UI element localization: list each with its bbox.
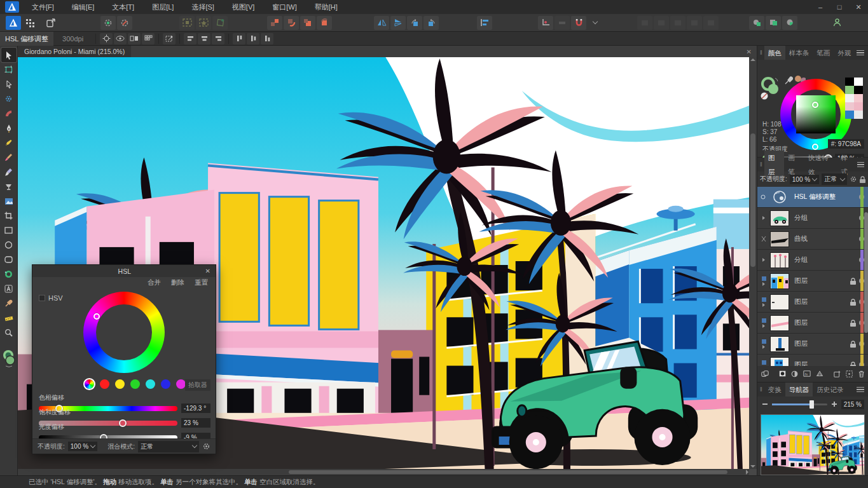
arrange-forward-icon[interactable] <box>284 16 299 30</box>
menu-text[interactable]: 文本[T] <box>103 0 143 14</box>
expand-arrow[interactable] <box>762 366 765 367</box>
mask-layer-icon[interactable] <box>779 370 786 377</box>
zoom-slider[interactable] <box>772 403 827 405</box>
saturation-lightness-square[interactable] <box>796 95 836 133</box>
lock-icon[interactable] <box>860 176 865 183</box>
layer-row-group-palms[interactable]: 分组 <box>757 250 868 271</box>
insert-behind-icon[interactable] <box>782 16 797 30</box>
rotate-ccw-icon[interactable] <box>407 16 422 30</box>
close-window-button[interactable]: ✕ <box>849 0 868 14</box>
measure-tool[interactable] <box>1 311 17 325</box>
delete-button[interactable]: 删除 <box>171 278 184 288</box>
node-tool[interactable] <box>1 77 17 92</box>
zoom-out-button[interactable] <box>761 400 769 408</box>
gear-green-icon[interactable] <box>100 16 116 30</box>
rectangle-tool[interactable] <box>1 223 17 238</box>
artboard-tool[interactable] <box>1 62 17 77</box>
tab-transform[interactable]: 变换 <box>764 383 785 396</box>
align-center-icon[interactable] <box>198 33 210 44</box>
hsl-adjustment-dialog[interactable]: HSL ✕ 合并 删除 重置 HSV 拾取器 色相偏移 -1 <box>32 264 216 454</box>
arrange-front-icon[interactable] <box>267 16 282 30</box>
insert-on-top-icon[interactable] <box>766 16 781 30</box>
expand-arrow[interactable] <box>762 216 765 220</box>
minimize-button[interactable]: – <box>811 0 830 14</box>
layer-row-group-jeep[interactable]: 分组 <box>757 208 868 229</box>
designer-persona-button[interactable] <box>6 16 21 30</box>
layers-opacity-combo[interactable]: 100 % <box>790 175 819 184</box>
layer-row-buildings[interactable]: 图层 <box>757 271 868 292</box>
corner-tool[interactable] <box>1 106 17 121</box>
hex-value-field[interactable]: #: 97C98A <box>828 139 864 149</box>
expand-arrow[interactable] <box>762 258 765 262</box>
gear-red-icon[interactable] <box>117 16 132 30</box>
menu-help[interactable]: 帮助[H] <box>306 0 347 14</box>
horizontal-scrollbar[interactable] <box>18 469 749 475</box>
marquee-star-icon[interactable] <box>196 16 211 30</box>
marquee-rotate-icon[interactable] <box>212 16 228 30</box>
panel-menu-icon[interactable] <box>857 161 864 169</box>
delete-layer-icon[interactable] <box>858 370 864 378</box>
menu-layer[interactable]: 图层[L] <box>143 0 183 14</box>
master-channel-dot[interactable] <box>85 379 94 389</box>
layer-row-pole[interactable]: 图层 <box>757 334 868 355</box>
expand-arrow[interactable] <box>762 303 765 307</box>
tab-appearance[interactable]: 外观 <box>834 46 855 60</box>
transparency-tool[interactable] <box>1 194 17 208</box>
blend-options-gear-icon[interactable] <box>850 175 857 183</box>
hide-selection-icon[interactable] <box>114 33 127 44</box>
blue-channel-dot[interactable] <box>161 379 170 389</box>
document-tab[interactable]: Giordano Poloni - Miami (215.0%) <box>18 46 131 57</box>
paint-brush-tool[interactable] <box>1 150 17 165</box>
layer-row-road[interactable]: 图层 <box>757 313 868 334</box>
cyan-channel-dot[interactable] <box>146 379 155 389</box>
insert-inside-icon[interactable] <box>749 16 764 30</box>
layer-row-curve-shadow[interactable]: 曲线 <box>757 229 868 250</box>
maximize-button[interactable]: □ <box>830 0 849 14</box>
alignment-icon[interactable] <box>477 16 492 30</box>
magenta-channel-dot[interactable] <box>176 379 186 389</box>
arrange-backward-icon[interactable] <box>300 16 315 30</box>
zoom-in-button[interactable] <box>830 400 838 408</box>
ellipse-tool[interactable] <box>1 238 17 252</box>
new-group-icon[interactable] <box>846 370 853 378</box>
point-transform-tool[interactable] <box>1 92 17 106</box>
panel-menu-icon[interactable] <box>857 49 864 57</box>
dialog-gear-icon[interactable] <box>202 442 210 451</box>
expand-arrow[interactable] <box>762 282 765 286</box>
vector-brush-tool[interactable] <box>1 165 17 179</box>
merge-button[interactable]: 合并 <box>148 278 161 288</box>
text-tool[interactable] <box>1 281 17 296</box>
menu-edit[interactable]: 编辑[E] <box>63 0 103 14</box>
reset-button[interactable]: 重置 <box>195 278 208 288</box>
magnet-snapping-icon[interactable] <box>571 16 586 30</box>
transform-origin-icon[interactable] <box>100 33 113 44</box>
align-left-icon[interactable] <box>184 33 196 44</box>
color-picker-tool[interactable] <box>1 296 17 311</box>
snap-dim-icon[interactable] <box>555 16 570 30</box>
green-channel-dot[interactable] <box>130 379 140 389</box>
pen-tool[interactable] <box>1 121 17 135</box>
blend-mode-combo[interactable]: 正常 <box>822 173 847 185</box>
recent-swatch-grid[interactable] <box>845 78 863 119</box>
layer-fx-icon[interactable]: fx <box>803 370 811 377</box>
cycle-selection-icon[interactable] <box>128 33 141 44</box>
red-channel-dot[interactable] <box>100 379 109 389</box>
menu-file[interactable]: 文件[F] <box>23 0 63 14</box>
picker-button[interactable]: 拾取器 <box>185 379 210 391</box>
show-grid-icon[interactable] <box>142 33 155 44</box>
fill-tool[interactable] <box>1 179 17 194</box>
adjustment-layer-icon[interactable] <box>791 370 798 378</box>
tab-swatches[interactable]: 样本条 <box>785 46 813 60</box>
account-person-icon[interactable] <box>829 16 844 30</box>
tab-navigator[interactable]: 导航器 <box>785 383 813 396</box>
expand-arrow[interactable] <box>762 324 765 328</box>
align-bottom-icon[interactable] <box>261 33 273 44</box>
zoom-percentage-field[interactable]: 215 % <box>841 400 864 409</box>
pattern-layer-icon[interactable] <box>816 370 823 377</box>
flip-horizontal-icon[interactable] <box>374 16 389 30</box>
move-tool[interactable] <box>1 48 17 62</box>
expand-arrow[interactable] <box>762 345 765 349</box>
vertical-scrollbar[interactable] <box>749 57 757 469</box>
menu-view[interactable]: 视图[V] <box>223 0 263 14</box>
snap-ruler-icon[interactable] <box>538 16 553 30</box>
